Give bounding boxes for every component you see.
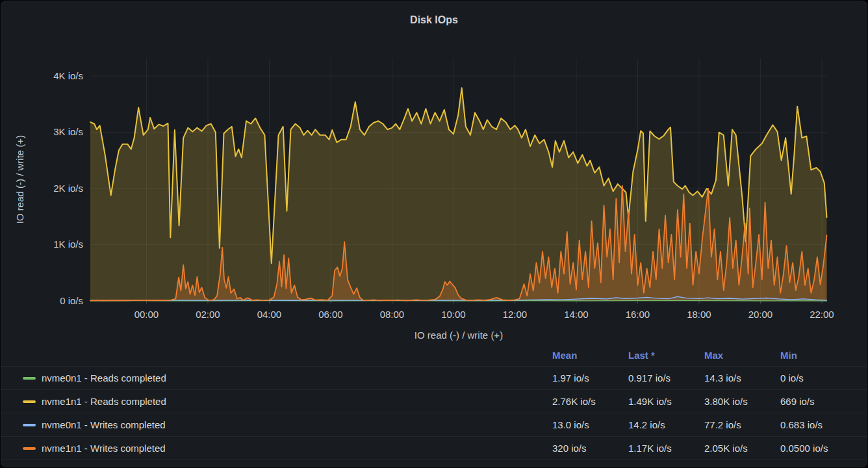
legend-table: Mean Last * Max Min nvme0n1 - Reads comp… xyxy=(1,344,867,460)
legend-last-value: 1.49K io/s xyxy=(628,396,704,407)
legend-min-value: 0 io/s xyxy=(780,372,856,384)
legend-min-value: 669 io/s xyxy=(780,396,856,407)
x-tick-label: 10:00 xyxy=(431,309,476,320)
y-tick-label: 3K io/s xyxy=(25,125,83,138)
x-tick-label: 02:00 xyxy=(185,309,231,320)
legend-header-mean[interactable]: Mean xyxy=(552,350,628,361)
x-tick-label: 08:00 xyxy=(369,309,415,320)
x-tick-label: 16:00 xyxy=(615,309,660,320)
legend-max-value: 77.2 io/s xyxy=(704,419,780,430)
disk-iops-panel: Disk IOps IO read (-) / write (+) IO rea… xyxy=(1,1,867,467)
series-label[interactable]: nvme0n1 - Writes completed xyxy=(42,419,166,430)
legend-max-value: 14.3 io/s xyxy=(704,372,780,384)
legend-last-value: 0.917 io/s xyxy=(628,372,704,384)
series-color-swatch[interactable] xyxy=(23,400,36,403)
x-tick-label: 00:00 xyxy=(123,309,169,320)
y-tick-label: 2K io/s xyxy=(25,182,83,195)
y-tick-label: 1K io/s xyxy=(25,238,83,251)
legend-row: nvme1n1 - Reads completed 2.76K io/s 1.4… xyxy=(1,390,867,413)
series-label[interactable]: nvme1n1 - Writes completed xyxy=(42,443,166,454)
series-color-swatch[interactable] xyxy=(23,447,36,450)
legend-max-value: 3.80K io/s xyxy=(704,396,780,407)
legend-row: nvme0n1 - Writes completed 13.0 io/s 14.… xyxy=(1,413,867,437)
legend-header-min[interactable]: Min xyxy=(780,350,856,361)
legend-mean-value: 2.76K io/s xyxy=(552,396,628,407)
x-tick-label: 12:00 xyxy=(492,309,537,320)
y-tick-label: 4K io/s xyxy=(25,70,83,83)
x-tick-label: 14:00 xyxy=(554,309,599,320)
legend-row: nvme0n1 - Reads completed 1.97 io/s 0.91… xyxy=(1,367,867,390)
x-tick-label: 04:00 xyxy=(246,309,292,320)
legend-max-value: 2.05K io/s xyxy=(704,443,780,454)
x-tick-label: 18:00 xyxy=(676,309,722,320)
legend-header-row: Mean Last * Max Min xyxy=(1,344,867,367)
x-tick-label: 20:00 xyxy=(737,309,783,320)
panel-title[interactable]: Disk IOps xyxy=(1,14,867,26)
x-axis-title: IO read (-) / write (+) xyxy=(90,330,827,341)
legend-header-max[interactable]: Max xyxy=(704,350,780,361)
plot-area[interactable] xyxy=(90,58,827,301)
legend-min-value: 0.0500 io/s xyxy=(780,443,856,454)
legend-header-last[interactable]: Last * xyxy=(628,350,704,361)
series-label[interactable]: nvme0n1 - Reads completed xyxy=(42,372,166,384)
series-label[interactable]: nvme1n1 - Reads completed xyxy=(42,396,166,407)
y-axis-title: IO read (-) / write (+) xyxy=(14,135,25,224)
legend-row: nvme1n1 - Writes completed 320 io/s 1.17… xyxy=(1,437,867,460)
series-color-swatch[interactable] xyxy=(23,377,36,380)
legend-mean-value: 1.97 io/s xyxy=(552,372,628,384)
legend-mean-value: 320 io/s xyxy=(552,443,628,454)
x-tick-label: 06:00 xyxy=(308,309,353,320)
x-tick-label: 22:00 xyxy=(799,309,845,320)
legend-min-value: 0.683 io/s xyxy=(780,419,856,430)
legend-mean-value: 13.0 io/s xyxy=(552,419,628,430)
iops-chart-svg[interactable] xyxy=(90,58,827,301)
series-color-swatch[interactable] xyxy=(23,424,36,426)
legend-last-value: 1.17K io/s xyxy=(628,443,704,454)
y-tick-label: 0 io/s xyxy=(25,294,83,307)
legend-last-value: 14.2 io/s xyxy=(628,419,704,430)
